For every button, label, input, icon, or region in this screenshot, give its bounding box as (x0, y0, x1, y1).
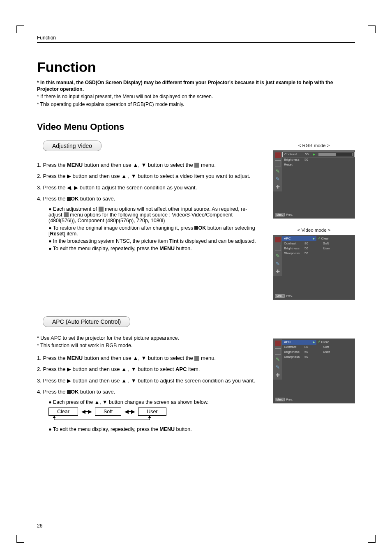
svg-marker-0 (53, 416, 56, 418)
osd-screen-icon (275, 348, 281, 355)
osd-footer: Menu Prev. (273, 397, 355, 401)
section-title: Video Menu Options (37, 122, 355, 132)
osd-label-rgb: < RGB mode > (273, 143, 355, 148)
right-arrow-icon: ▶ (313, 237, 315, 240)
check-icon: √ (318, 340, 320, 344)
osd-tools-icon: ✚ (275, 373, 281, 378)
note-bold: * In this manual, the OSD(On Screen Disp… (37, 80, 333, 92)
osd-pencil-icon: ✎ (275, 169, 281, 174)
osd-footer: Menu Prev. (273, 293, 355, 298)
crop-mark (368, 535, 376, 543)
page-header-label: Function (37, 35, 355, 41)
subheading-adjusting-video: Adjusting Video (43, 140, 101, 151)
instructions-adjusting-video: 1. Press the MENU button and then use ▲,… (37, 161, 261, 203)
apc-intro: * Use APC to set the projector for the b… (37, 335, 261, 341)
crop-mark (16, 25, 24, 33)
bullets-apc-exit: ● To exit the menu display, repeatedly, … (48, 426, 261, 432)
apc-flow-diagram: Clear ◀━▶ Soft ◀━▶ User (48, 408, 261, 416)
osd-screen-icon (275, 160, 281, 166)
bullets-apc: ● Each press of the ▲, ▼ button changes … (48, 399, 261, 405)
osd-apc: ✎ ✎ ✚ APC ▶ Contrast80 Brightness5 (273, 339, 355, 403)
osd-footer: Menu Prev. (273, 212, 355, 216)
osd-video: ✎ ✎ ✚ APC ▶ Contrast80 Brightness5 (273, 235, 355, 300)
header-rule (37, 42, 355, 43)
note-line: * If there is no input signal present, t… (37, 93, 355, 100)
page-number: 26 (37, 523, 42, 529)
bidir-arrow-icon: ◀━▶ (125, 408, 135, 415)
osd-sound-icon: ✎ (275, 261, 281, 267)
osd-slider-bar (318, 153, 353, 156)
apc-intro: * This function will not work in RGB mod… (37, 343, 261, 348)
note-line: * This operating guide explains operatio… (37, 101, 355, 108)
osd-video-icon (275, 341, 281, 346)
osd-tools-icon: ✚ (275, 184, 281, 190)
crop-mark (368, 25, 376, 33)
right-arrow-icon: ▶ (313, 153, 315, 156)
subheading-apc: APC (Auto Picture Control) (43, 316, 130, 327)
right-arrow-icon: ▶ (313, 341, 315, 344)
osd-pencil-icon: ✎ (275, 357, 281, 362)
page-title: Function (37, 59, 355, 75)
bullets-adjusting-video: ● Each adjustment of menu options will n… (48, 206, 261, 251)
instructions-apc: 1. Press the MENU button and then use ▲,… (37, 354, 261, 396)
osd-video-icon (275, 237, 281, 242)
osd-screen-icon (275, 245, 281, 251)
footer-rule (37, 517, 355, 517)
menu-placeholder-icon (194, 163, 199, 168)
menu-placeholder-icon (64, 212, 69, 217)
osd-video-icon (275, 152, 281, 158)
osd-rgb: ✎ ✎ ✚ Contrast 50 ▶ (273, 150, 355, 219)
ok-prefix-icon (67, 197, 71, 201)
check-icon: √ (318, 237, 320, 240)
bidir-arrow-icon: ◀━▶ (81, 408, 92, 415)
ok-prefix-icon (67, 390, 71, 394)
intro-notes: * In this manual, the OSD(On Screen Disp… (37, 79, 355, 108)
osd-pencil-icon: ✎ (275, 253, 281, 259)
apc-flow-loop (48, 416, 166, 422)
osd-label-video: < Video mode > (273, 228, 355, 233)
crop-mark (16, 535, 24, 543)
osd-sound-icon: ✎ (275, 177, 281, 182)
menu-placeholder-icon (99, 207, 104, 212)
svg-marker-1 (148, 416, 151, 418)
osd-tools-icon: ✚ (275, 269, 281, 274)
menu-placeholder-icon (194, 356, 199, 361)
osd-sound-icon: ✎ (275, 365, 281, 370)
